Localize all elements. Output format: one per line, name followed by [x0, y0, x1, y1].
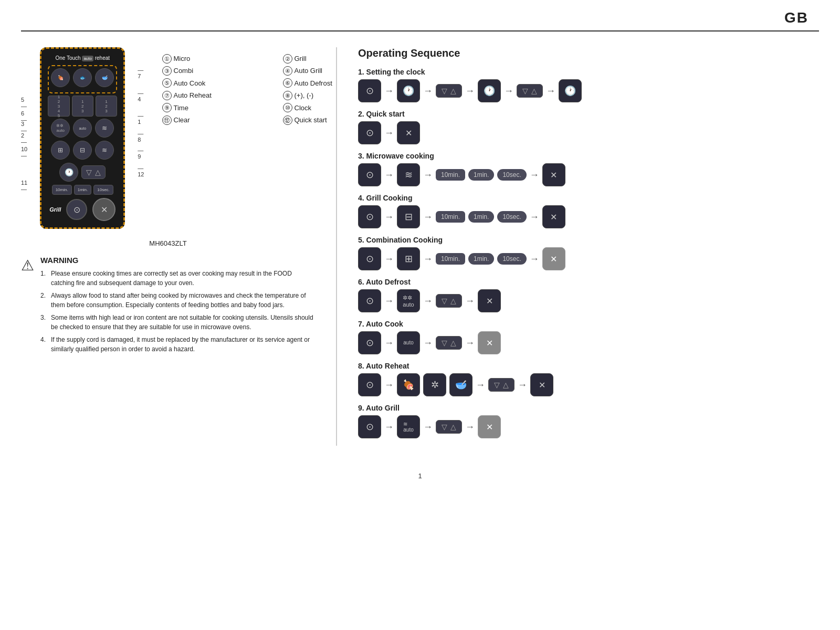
legend-item-1: ①Micro — [162, 52, 278, 65]
seq-heading-9: 9. Auto Grill — [358, 404, 819, 412]
reheat-icon-8b: ✲ — [423, 373, 446, 396]
grid-btn-3[interactable]: 123 — [96, 96, 117, 117]
vertical-divider — [336, 47, 337, 446]
rnum-7: — 7 — [138, 63, 144, 83]
warning-item-4: If the supply cord is damaged, it must b… — [40, 335, 315, 354]
adj-icon-8: ▽ △ — [488, 378, 514, 392]
knob-icon-9: ⊙ — [358, 415, 381, 438]
grid-btn-1[interactable]: 12345 — [48, 96, 69, 117]
operating-title: Operating Sequence — [358, 47, 819, 59]
btn-minus[interactable]: ▽ — [86, 168, 92, 176]
seq-heading-2: 2. Quick start — [358, 110, 819, 118]
clock-icon-1: 🕐 — [397, 79, 420, 102]
time-1min: 1min. — [468, 169, 494, 181]
btn-meat[interactable]: 🍖 — [51, 68, 70, 87]
adj-icon-2: ▽ △ — [517, 84, 543, 98]
start-icon-7: ✕ — [478, 331, 501, 354]
mode-row: ⊞ ⊟ ≋ — [48, 141, 117, 160]
seq-heading-7: 7. Auto Cook — [358, 320, 819, 328]
seq-microwave: 3. Microwave cooking ⊙ → ≋ → 10min. 1min… — [358, 152, 819, 186]
start-icon-8: ✕ — [530, 373, 553, 396]
btn-auto-defrost[interactable]: ✲✲auto — [51, 119, 70, 138]
num-9 — [21, 160, 27, 176]
grill-icon-4: ⊟ — [397, 205, 420, 228]
mw-title: One Touch auto reheat — [48, 55, 117, 61]
btn-plus[interactable]: △ — [95, 168, 101, 176]
legend-item-9: ⑨Time — [162, 102, 278, 114]
knob-icon-3: ⊙ — [358, 163, 381, 186]
adj-icon-9: ▽ △ — [436, 420, 462, 434]
start-icon-4: ✕ — [542, 205, 565, 228]
c-time-10min: 10min. — [436, 253, 465, 265]
warning-list: Please ensure cooking times are correctl… — [40, 269, 315, 354]
country-code: GB — [784, 9, 808, 26]
btn-wavy[interactable]: ≋ — [95, 119, 114, 138]
seq-heading-3: 3. Microwave cooking — [358, 152, 819, 160]
btn-1min[interactable]: 1min. — [74, 185, 92, 195]
microwave-diagram-area: 5 — 6 — 3 — 2 — 10 — 11 — One Touch auto… — [21, 47, 315, 229]
knob-icon-7: ⊙ — [358, 331, 381, 354]
rnum-1: — 1 — [138, 109, 144, 128]
btn-10min[interactable]: 10min. — [52, 185, 72, 195]
start-icon-2: ✕ — [397, 121, 420, 144]
num-10: 10 — — [21, 145, 27, 160]
warning-item-2: Always allow food to stand after being c… — [40, 291, 315, 310]
num-11: 11 — — [21, 176, 27, 195]
defrost-icon-6: ✲✲auto — [397, 289, 420, 312]
btn-fish[interactable]: 🐟 — [73, 68, 92, 87]
start-icon-6: ✕ — [478, 289, 501, 312]
seq-heading-4: 4. Grill Cooking — [358, 194, 819, 202]
legend-item-11: ⑪Clear — [162, 114, 278, 126]
btn-grid: 12345 123 123 — [48, 96, 117, 117]
page-number: 1 — [0, 461, 840, 490]
btn-micro[interactable]: ≋ — [95, 141, 114, 160]
rnum-4: — 4 — [138, 83, 144, 109]
grid-btn-2[interactable]: 123 — [72, 96, 93, 117]
model-name: MH6043ZLT — [21, 239, 315, 247]
btn-10sec[interactable]: 10sec. — [93, 185, 113, 195]
rnum-8: — 8 — [138, 128, 144, 145]
time-10min: 10min. — [436, 169, 465, 181]
start-btn[interactable]: ✕ — [92, 198, 116, 221]
warning-item-3: Some items with high lead or iron conten… — [40, 313, 315, 332]
time-10sec: 10sec. — [497, 169, 526, 181]
warning-content: WARNING Please ensure cooking times are … — [40, 256, 315, 357]
clock-row: 🕐 ▽ △ — [48, 163, 117, 182]
right-panel: Operating Sequence 1. Setting the clock … — [358, 47, 819, 446]
legend-item-7: ⑦Auto Reheat — [162, 89, 278, 101]
btn-clock[interactable]: 🕐 — [59, 163, 78, 182]
rnum-9: — 9 — [138, 145, 144, 162]
seq-auto-reheat: 8. Auto Reheat ⊙ → 🍖 ✲ 🥣 → ▽ △ → ✕ — [358, 362, 819, 396]
btn-combi[interactable]: ⊞ — [51, 141, 70, 160]
warning-title: WARNING — [40, 256, 315, 265]
seq-auto-defrost: 6. Auto Defrost ⊙ → ✲✲auto → ▽ △ → ✕ — [358, 278, 819, 312]
seq-heading-6: 6. Auto Defrost — [358, 278, 819, 286]
seq-row-7: ⊙ → auto → ▽ △ → ✕ — [358, 331, 819, 354]
warning-box: ⚠ WARNING Please ensure cooking times ar… — [21, 256, 315, 357]
num-2: 2 — — [21, 132, 27, 145]
btn-bowl[interactable]: 🥣 — [95, 68, 114, 87]
rnum-12: — 12 — [138, 162, 144, 181]
btn-auto[interactable]: auto — [73, 119, 92, 138]
seq-auto-grill: 9. Auto Grill ⊙ → ≋auto → ▽ △ → ✕ — [358, 404, 819, 438]
grill-row: Grill ⊙ ✕ — [48, 198, 117, 221]
seq-row-3: ⊙ → ≋ → 10min. 1min. 10sec. → ✕ — [358, 163, 819, 186]
main-layout: 5 — 6 — 3 — 2 — 10 — 11 — One Touch auto… — [0, 32, 840, 461]
seq-setting-clock: 1. Setting the clock ⊙ → 🕐 → ▽ △ → 🕐 → ▽… — [358, 68, 819, 102]
g-time-10min: 10min. — [436, 211, 465, 223]
top-btn-row: 🍖 🐟 🥣 — [51, 68, 114, 87]
combi-icon-5: ⊞ — [397, 247, 420, 270]
warning-item-1: Please ensure cooking times are correctl… — [40, 269, 315, 288]
auto-reheat-group: 🍖 🐟 🥣 — [48, 65, 117, 93]
header-region: GB — [0, 0, 840, 30]
adj-btns: ▽ △ — [81, 165, 106, 179]
g-time-10sec: 10sec. — [497, 211, 526, 223]
warning-icon: ⚠ — [21, 257, 34, 274]
autogrill-icon-9: ≋auto — [397, 415, 420, 438]
autocook-icon-7: auto — [397, 331, 420, 354]
clock-icon-3: 🕐 — [559, 79, 582, 102]
knob-btn[interactable]: ⊙ — [66, 199, 87, 220]
seq-heading-1: 1. Setting the clock — [358, 68, 819, 76]
seq-row-6: ⊙ → ✲✲auto → ▽ △ → ✕ — [358, 289, 819, 312]
btn-grill[interactable]: ⊟ — [73, 141, 92, 160]
